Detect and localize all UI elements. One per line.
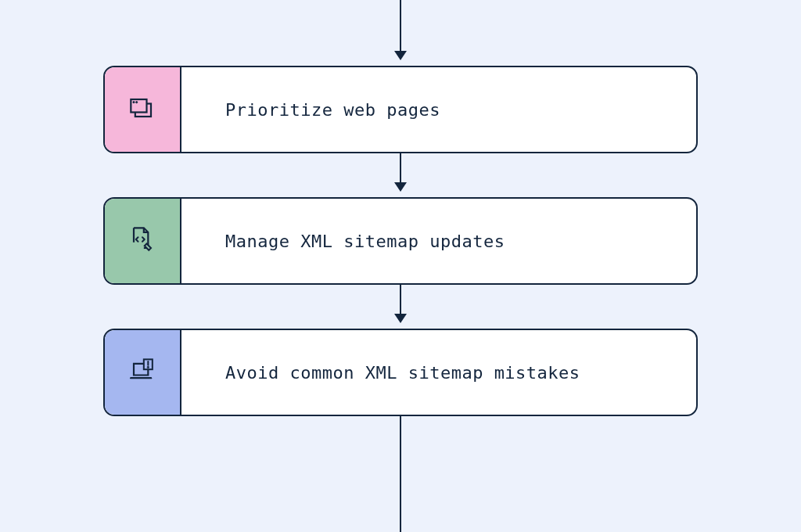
flow-connector (400, 416, 401, 532)
windows-stack-icon (125, 91, 160, 128)
step-icon-tile (105, 199, 181, 283)
flow-step-1: Prioritize web pages (103, 66, 698, 153)
step-label: Avoid common XML sitemap mistakes (181, 330, 696, 415)
svg-point-6 (147, 366, 149, 368)
step-icon-tile (105, 67, 181, 152)
step-icon-tile (105, 330, 181, 415)
step-label: Prioritize web pages (181, 67, 696, 152)
flow-step-2: Manage XML sitemap updates (103, 197, 698, 285)
laptop-alert-icon (125, 354, 160, 391)
flow-step-3: Avoid common XML sitemap mistakes (103, 329, 698, 416)
flow-connector (394, 0, 407, 60)
flow-connector (394, 153, 407, 192)
file-code-edit-icon (125, 222, 160, 260)
flow-connector (394, 285, 407, 323)
flowchart: Prioritize web pages Manage XML sitemap … (0, 0, 801, 532)
svg-point-3 (136, 102, 138, 103)
step-label: Manage XML sitemap updates (181, 199, 696, 283)
svg-point-2 (133, 102, 135, 103)
